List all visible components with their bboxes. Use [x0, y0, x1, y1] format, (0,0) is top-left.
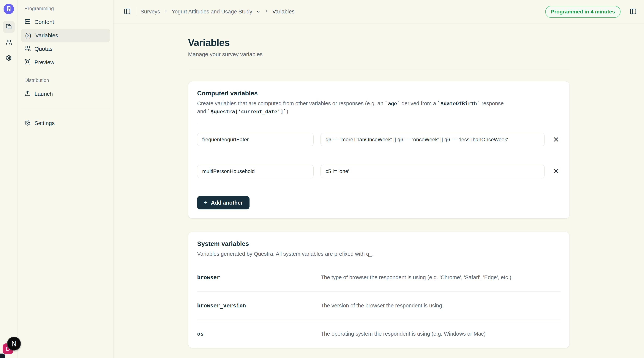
code-dateofbirth: `$dateOfBirth` [438, 101, 480, 106]
sidebar-item-content[interactable]: Content [21, 16, 110, 29]
system-variable-row: os The operating system the respondent i… [197, 320, 560, 348]
variable-expression-input[interactable] [320, 133, 545, 146]
system-variables-title: System variables [197, 240, 560, 247]
rows-icon [24, 18, 31, 26]
system-variable-description: The type of browser the respondent is us… [321, 274, 511, 281]
system-variable-row: browser The type of browser the responde… [197, 263, 560, 292]
breadcrumb-surveys[interactable]: Surveys [140, 9, 160, 15]
computed-variables-title: Computed variables [197, 90, 560, 97]
add-another-button[interactable]: + Add another [197, 196, 250, 210]
sidebar-item-label: Preview [34, 59, 54, 66]
rail-surveys-button[interactable] [3, 21, 15, 33]
gear-icon [24, 119, 31, 127]
system-variable-name: os [197, 330, 321, 337]
system-variable-name: browser_version [197, 302, 321, 309]
page-divider [188, 69, 570, 69]
card-divider [197, 124, 560, 124]
system-variables-list: browser The type of browser the responde… [197, 263, 560, 348]
system-variables-description: Variables generated by Questra. All syst… [197, 250, 510, 258]
topbar-divider [136, 8, 136, 16]
sidebar-item-preview[interactable]: Preview [21, 56, 110, 69]
breadcrumb-variables: Variables [272, 9, 294, 15]
panel-left-icon [124, 8, 131, 16]
org-logo[interactable] [4, 4, 14, 14]
computed-variables-card: Computed variables Create variables that… [188, 81, 570, 219]
variable-name-input[interactable] [197, 165, 314, 178]
corner-dev-chip[interactable] [0, 353, 5, 358]
breadcrumb: Surveys Yogurt Attitudes and Usage Study… [140, 9, 294, 15]
sidebar-section-label: Programming [21, 6, 110, 11]
computed-variable-row: ✕ [197, 165, 560, 178]
sidebar-section-label: Distribution [21, 77, 110, 83]
copy-icon [6, 24, 12, 31]
sidebar-item-label: Variables [35, 32, 58, 39]
system-variable-row: browser_version The version of the brows… [197, 292, 560, 320]
page-subtitle: Manage your survey variables [188, 51, 570, 58]
chevron-right-icon [164, 9, 168, 15]
panel-right-icon [630, 8, 637, 16]
sidebar-item-quotas[interactable]: Quotas [21, 42, 110, 55]
remove-variable-button[interactable]: ✕ [552, 167, 560, 176]
chevron-right-icon [264, 9, 269, 15]
system-variable-description: The version of the browser the responden… [321, 303, 444, 309]
sidebar-item-launch[interactable]: Launch [21, 87, 110, 100]
sidebar-item-label: Launch [34, 91, 53, 97]
programmed-status-badge[interactable]: Programmed in 4 minutes [545, 6, 620, 18]
variable-name-input[interactable] [197, 133, 314, 146]
gear-icon [6, 55, 12, 62]
remove-variable-button[interactable]: ✕ [552, 135, 560, 144]
sidebar-item-variables[interactable]: (×) Variables [21, 29, 110, 42]
sidebar: Programming Content (×) Variables [18, 0, 114, 358]
code-age: `age` [385, 101, 400, 106]
system-variables-card: System variables Variables generated by … [188, 232, 570, 348]
users-icon [6, 39, 12, 46]
scan-icon [24, 59, 31, 66]
content-scroll-area[interactable]: Variables Manage your survey variables C… [114, 24, 644, 358]
sidebar-item-label: Content [34, 19, 54, 25]
rail-audience-button[interactable] [3, 37, 15, 49]
sidebar-item-settings[interactable]: Settings [21, 117, 110, 130]
close-icon: ✕ [553, 168, 559, 175]
sidebar-toggle-button[interactable] [122, 7, 132, 17]
breadcrumb-study[interactable]: Yogurt Attitudes and Usage Study [172, 9, 252, 15]
computed-variable-row: ✕ [197, 133, 560, 146]
app-window: Programming Content (×) Variables [0, 0, 644, 358]
rail-settings-button[interactable] [3, 52, 15, 64]
users-icon [24, 45, 31, 53]
upload-icon [24, 90, 31, 98]
sidebar-divider [21, 109, 110, 109]
close-icon: ✕ [553, 136, 559, 143]
page-title: Variables [188, 37, 570, 48]
topbar: Surveys Yogurt Attitudes and Usage Study… [114, 0, 644, 24]
chevron-down-icon[interactable] [256, 9, 261, 14]
right-panel-toggle-button[interactable] [628, 7, 638, 17]
sidebar-item-label: Quotas [34, 46, 52, 52]
variable-expression-input[interactable] [320, 165, 545, 178]
icon-rail [0, 0, 18, 358]
building-icon [6, 6, 12, 13]
computed-variables-description: Create variables that are computed from … [197, 99, 510, 116]
main-area: Surveys Yogurt Attitudes and Usage Study… [114, 0, 644, 358]
sidebar-item-label: Settings [34, 120, 54, 126]
nextjs-badge[interactable]: N [7, 337, 21, 350]
plus-icon: + [204, 199, 208, 206]
system-variable-name: browser [197, 274, 321, 281]
code-questra-current-date: `$questra['current_date']` [208, 109, 286, 114]
function-icon: (×) [24, 33, 32, 39]
system-variable-description: The operating system the respondent is u… [321, 331, 486, 337]
